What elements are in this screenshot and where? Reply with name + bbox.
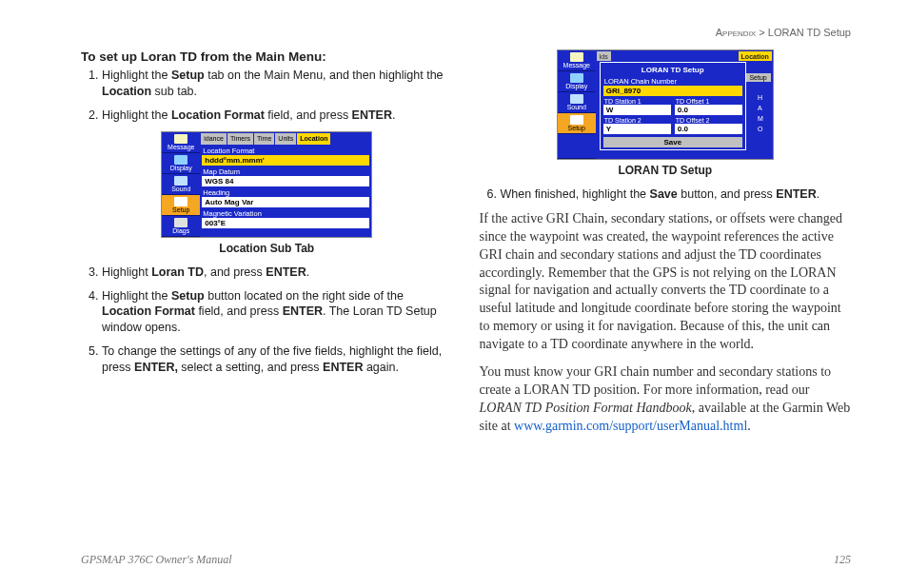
popup-title: LORAN TD Setup	[602, 65, 743, 76]
sidebar2-setup[interactable]: Setup	[558, 113, 596, 134]
sidebar2-display[interactable]: Display	[558, 71, 596, 92]
breadcrumb: Appendix > LORAN TD Setup	[716, 27, 851, 38]
hamo-strip: H A M O	[758, 92, 763, 134]
chain-field[interactable]: GRI_8970	[603, 86, 742, 96]
garmin-link[interactable]: www.garmin.com/support/userManual.html	[514, 419, 747, 433]
save-button[interactable]: Save	[603, 137, 742, 147]
loran-popup: LORAN TD Setup LORAN Chain Number GRI_89…	[600, 62, 746, 150]
tab-guidance[interactable]: idance	[201, 133, 227, 145]
setup-icon	[174, 197, 188, 206]
step-6: When finished, highlight the Save button…	[501, 186, 852, 203]
sidebar2-message[interactable]: Message	[558, 50, 596, 71]
screenshot1-caption: Location Sub Tab	[81, 242, 453, 255]
chain-label: LORAN Chain Number	[602, 76, 743, 86]
step-5: To change the settings of any of the fiv…	[102, 343, 453, 376]
tab-row: idance Timers Time Units Location	[200, 132, 371, 145]
paragraph-1: If the active GRI Chain, secondary stati…	[480, 210, 852, 354]
step-3: Highlight Loran TD, and press ENTER.	[102, 265, 453, 281]
sidebar-item-message[interactable]: Message	[162, 132, 200, 153]
diags-icon	[174, 218, 188, 227]
screenshot2-caption: LORAN TD Setup	[480, 164, 852, 177]
sound-icon	[174, 176, 188, 186]
sidebar-item-display[interactable]: Display	[162, 153, 200, 174]
footer: GPSMAP 376C Owner's Manual 125	[81, 553, 851, 567]
heading-field[interactable]: Auto Mag Var	[202, 197, 369, 207]
steps-list: Highlight the Setup tab on the Main Menu…	[81, 68, 453, 124]
magvar-label: Magnetic Variation	[201, 208, 370, 218]
td1-station-label: TD Station 1	[602, 97, 672, 105]
tab-time[interactable]: Time	[254, 133, 274, 145]
paragraph-2: You must know your GRI chain number and …	[480, 363, 852, 436]
sidebar-item-diags[interactable]: Diags	[162, 216, 200, 237]
sidebar2-sound[interactable]: Sound	[558, 92, 596, 113]
td1-offset-field[interactable]: 0.0	[675, 105, 742, 115]
display-icon	[570, 73, 583, 83]
left-column: To set up Loran TD from the Main Menu: H…	[81, 49, 453, 445]
page-number: 125	[834, 553, 851, 567]
td2-offset-field[interactable]: 0.0	[675, 124, 742, 134]
tab-row-2: ids Location	[596, 50, 773, 61]
footer-title: GPSMAP 376C Owner's Manual	[81, 553, 232, 567]
td2-offset-label: TD Offset 2	[674, 116, 743, 124]
td2-station-field[interactable]: Y	[603, 124, 671, 134]
magvar-field[interactable]: 003°E	[202, 218, 369, 228]
device2-sidebar: Message Display Sound Setup	[558, 50, 596, 159]
tab2-location[interactable]: Location	[739, 51, 772, 61]
steps-list-cont: Highlight Loran TD, and press ENTER. Hig…	[81, 265, 453, 376]
breadcrumb-page: LORAN TD Setup	[768, 27, 851, 38]
setup-icon	[570, 115, 583, 125]
setup-side-button[interactable]: Setup	[745, 73, 770, 82]
map-datum-label: Map Datum	[201, 167, 370, 176]
tab-units[interactable]: Units	[275, 133, 296, 145]
location-format-field[interactable]: hddd°mm.mmm'	[202, 155, 369, 166]
message-icon	[174, 134, 188, 144]
device2-main: ids Location Setup H A M O LORAN TD Setu…	[596, 50, 773, 159]
map-datum-field[interactable]: WGS 84	[202, 176, 369, 186]
device-sidebar: Message Display Sound Setup Diags	[162, 132, 200, 237]
location-subtab-screenshot: Message Display Sound Setup Diags idance…	[161, 131, 372, 238]
message-icon	[570, 52, 583, 62]
right-column: Message Display Sound Setup ids Location…	[480, 49, 852, 445]
location-format-label: Location Format	[201, 146, 370, 155]
loran-setup-screenshot: Message Display Sound Setup ids Location…	[557, 49, 774, 160]
tab-location[interactable]: Location	[297, 133, 330, 145]
steps-list-6: When finished, highlight the Save button…	[480, 186, 852, 203]
sidebar2-extra	[558, 134, 596, 159]
device-main: idance Timers Time Units Location Locati…	[200, 132, 371, 237]
tab2-ids[interactable]: ids	[597, 51, 611, 61]
sound-icon	[570, 94, 583, 104]
step-4: Highlight the Setup button located on th…	[102, 288, 453, 337]
td1-offset-label: TD Offset 1	[674, 97, 743, 105]
heading-label: Heading	[201, 187, 370, 197]
breadcrumb-section: Appendix >	[716, 27, 765, 38]
display-icon	[174, 155, 188, 165]
td2-station-label: TD Station 2	[602, 116, 672, 124]
step-1: Highlight the Setup tab on the Main Menu…	[102, 68, 453, 100]
step-2: Highlight the Location Format field, and…	[102, 108, 453, 124]
tab-timers[interactable]: Timers	[227, 133, 253, 145]
td1-station-field[interactable]: W	[603, 105, 671, 115]
sidebar-item-sound[interactable]: Sound	[162, 174, 200, 195]
sidebar-item-setup[interactable]: Setup	[162, 195, 200, 216]
section-title: To set up Loran TD from the Main Menu:	[81, 49, 453, 64]
